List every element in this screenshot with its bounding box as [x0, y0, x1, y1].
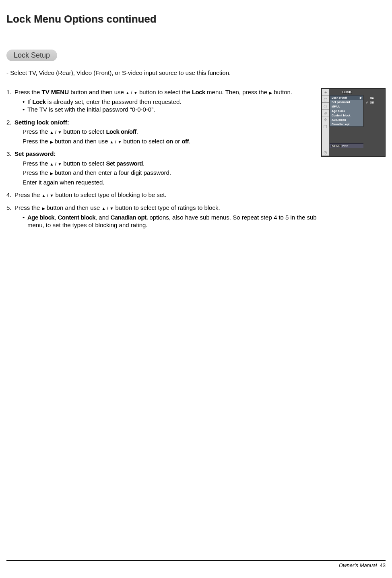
osd-item-content-block[interactable]: Content block	[330, 113, 363, 118]
text: ,	[54, 214, 58, 221]
step-number: 4.	[6, 191, 12, 199]
text: button and then use	[53, 138, 110, 145]
osd-item-aux-block[interactable]: Aux. block	[330, 118, 363, 122]
text: The TV is set with the initial password …	[27, 106, 155, 113]
text: button to select	[122, 138, 166, 145]
step-5: 5. Press the button and then use / butto…	[6, 204, 321, 229]
step-number: 3.	[6, 150, 12, 158]
text: button to select the	[138, 89, 192, 95]
step-3: 3. Set password: Press the / button to s…	[6, 150, 321, 186]
intro-text: - Select TV, Video (Rear), Video (Front)…	[6, 69, 392, 76]
text: Press the	[14, 191, 42, 198]
text: Press the	[14, 89, 42, 95]
osd-category-strip: ✦ ▢ ◌ ⌀ ✢ ❐ ◷	[322, 89, 329, 156]
mono-text: on	[166, 138, 173, 145]
osd-option-off[interactable]: Off	[365, 100, 384, 105]
category-icon: ✦	[322, 89, 329, 96]
osd-panel: ✦ ▢ ◌ ⌀ ✢ ❐ ◷ LOCK Lock on/off▶ Set pass…	[321, 88, 386, 157]
text: Press the	[23, 160, 50, 167]
bullet: Age block, Content block, and Canadian o…	[23, 213, 321, 229]
mono-text: Lock on/off	[106, 128, 136, 135]
bullet: If Lock is already set, enter the passwo…	[23, 98, 321, 106]
osd-menu-list: Lock on/off▶ Set password MPAA Age block…	[330, 95, 363, 127]
text: button and then use	[69, 89, 126, 95]
slash: /	[130, 90, 134, 95]
right-icon	[269, 89, 272, 95]
up-icon	[50, 160, 54, 167]
text: button to select	[62, 160, 106, 167]
osd-footer: MENU Prev.	[330, 143, 363, 148]
mono-text: Set password	[106, 160, 143, 167]
category-icon: ◌	[322, 103, 329, 110]
text: button to select type of blocking to be …	[54, 191, 166, 198]
category-icon: ❐	[322, 123, 329, 130]
osd-option-on[interactable]: On	[365, 96, 384, 100]
section-heading: Lock Setup	[6, 50, 57, 61]
mono-text: off	[182, 138, 189, 145]
right-icon	[50, 138, 53, 145]
up-icon	[101, 204, 105, 211]
text: Press the	[23, 169, 50, 176]
category-icon: ◷	[322, 149, 329, 156]
down-icon	[50, 191, 54, 198]
footer-label: Owner’s Manual	[339, 562, 377, 568]
down-icon	[58, 128, 62, 135]
step-number: 1.	[6, 88, 12, 96]
step-heading: Set password:	[14, 150, 56, 157]
text: Press the	[14, 204, 42, 211]
text: .	[143, 160, 144, 167]
up-icon	[42, 191, 46, 198]
page-footer: Owner’s Manual 43	[6, 560, 386, 568]
page-title: Lock Menu Options continued	[0, 0, 392, 25]
osd-option-list: On Off	[365, 96, 384, 105]
category-icon: ▢	[322, 96, 329, 103]
osd-item-mpaa[interactable]: MPAA	[330, 104, 363, 109]
text: button.	[272, 89, 292, 95]
text: If	[27, 98, 33, 105]
bold-text: TV MENU	[42, 89, 69, 95]
mono-text: Canadian opt.	[111, 214, 148, 221]
down-icon	[118, 138, 122, 145]
step-4: 4. Press the / button to select type of …	[6, 191, 321, 199]
osd-item-age-block[interactable]: Age block	[330, 109, 363, 113]
text: .	[189, 138, 190, 145]
step-number: 5.	[6, 204, 12, 212]
up-icon	[126, 89, 130, 95]
text: button and then use	[45, 204, 102, 211]
text: button to select type of ratings to bloc…	[113, 204, 220, 211]
page-number: 43	[380, 562, 386, 568]
text: button to select	[62, 128, 106, 135]
instruction-list: 1. Press the TV MENU button and then use…	[6, 88, 321, 234]
mono-text: Content block	[58, 214, 96, 221]
step-2: 2. Setting lock on/off: Press the / butt…	[6, 118, 321, 145]
bullet: The TV is set with the initial password …	[23, 106, 321, 114]
up-icon	[50, 128, 54, 135]
mono-text: Age block	[27, 214, 54, 221]
osd-item-set-password[interactable]: Set password	[330, 100, 363, 104]
category-icon: ✢	[322, 116, 329, 123]
up-icon	[109, 138, 113, 145]
right-icon	[50, 169, 53, 176]
step-number: 2.	[6, 118, 12, 126]
text: button and then enter a four digit passw…	[53, 169, 171, 176]
osd-item-canadian-opt[interactable]: Canadian opt.	[330, 122, 363, 126]
osd-title: LOCK	[330, 89, 363, 95]
label: Lock on/off	[332, 96, 347, 99]
text: or	[173, 138, 182, 145]
text: .	[136, 128, 138, 135]
right-arrow-icon: ▶	[360, 96, 362, 99]
mono-text: Lock	[33, 98, 46, 105]
text: is already set, enter the password then …	[46, 98, 182, 105]
down-icon	[109, 204, 113, 211]
step-heading: Setting lock on/off:	[14, 119, 69, 126]
right-icon	[42, 204, 45, 211]
text: Press the	[23, 128, 50, 135]
osd-item-lock-onoff[interactable]: Lock on/off▶	[330, 95, 363, 100]
text: Enter it again when requested.	[23, 179, 104, 186]
mono-text: Lock	[192, 89, 205, 95]
step-1: 1. Press the TV MENU button and then use…	[6, 88, 321, 114]
category-icon: ⌀	[322, 110, 329, 116]
text: menu. Then, press the	[205, 89, 269, 95]
menu-button-label: MENU	[331, 145, 341, 147]
down-icon	[134, 89, 138, 95]
